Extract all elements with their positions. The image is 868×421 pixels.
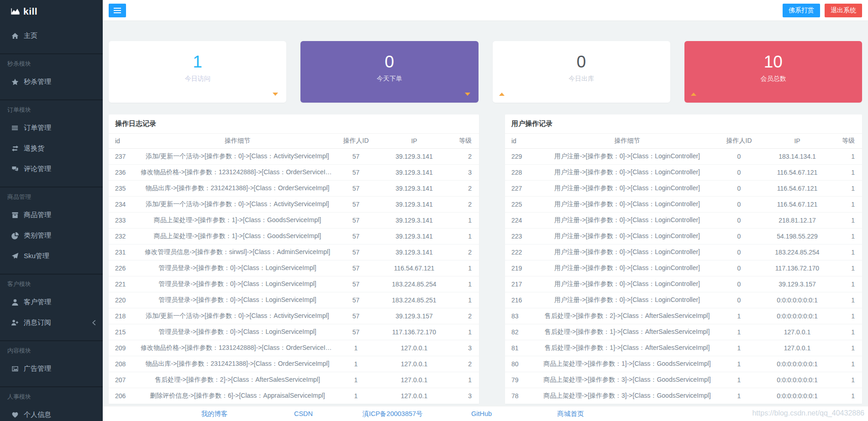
sidebar-item-order-manage[interactable]: 订单管理 (0, 118, 103, 138)
sidebar-item-customer-manage[interactable]: 客户管理 (0, 292, 103, 312)
sidebar-item-home[interactable]: 主页 (0, 26, 103, 46)
footer-link[interactable]: CSDN (259, 410, 348, 417)
stat-card: 10会员总数 (684, 41, 862, 103)
column-header: IP (378, 134, 451, 148)
sidebar-item-personal-info[interactable]: 个人信息 (0, 405, 103, 421)
cell-detail: 售后处理->[操作参数：2]->[Class：AfterSalesService… (141, 372, 334, 388)
column-header: 操作人ID (717, 134, 761, 148)
table-row: 219用户注册->[操作参数：0]->[Class：LoginControlle… (505, 260, 862, 276)
cell-level: 1 (834, 180, 862, 196)
sidebar-toggle-button[interactable] (109, 4, 126, 17)
sidebar-item-seckill-manage[interactable]: 秒杀管理 (0, 72, 103, 92)
cell-ip: 183.224.85.251 (378, 292, 451, 308)
sidebar-item-message-subscribe[interactable]: 消息订阅 (0, 312, 103, 333)
cell-operator: 57 (334, 228, 378, 244)
sidebar-item-category-manage[interactable]: 类别管理 (0, 225, 103, 246)
cell-detail: 添加/更新一个活动->[操作参数：0]->[Class：ActivityServ… (141, 196, 334, 212)
sidebar-group: 人事模块个人信息 (0, 386, 103, 421)
logout-button[interactable]: 退出系统 (825, 4, 862, 17)
footer-link[interactable]: 滇ICP备20003857号 (348, 410, 437, 418)
sidebar-item-goods-manage[interactable]: 商品管理 (0, 205, 103, 225)
cell-operator: 1 (334, 388, 378, 404)
cell-level: 1 (451, 372, 479, 388)
cell-operator: 0 (717, 260, 761, 276)
cell-level: 1 (834, 212, 862, 228)
cell-level: 1 (451, 324, 479, 340)
user-log-table: id操作细节操作人IDIP等级 229用户注册->[操作参数：0]->[Clas… (505, 134, 862, 404)
cell-detail: 用户注册->[操作参数：0]->[Class：LoginController] (537, 228, 717, 244)
column-header: IP (761, 134, 834, 148)
table-row: 217用户注册->[操作参数：0]->[Class：LoginControlle… (505, 276, 862, 292)
cell-level: 1 (834, 148, 862, 164)
sidebar-item-label: 商品管理 (24, 211, 51, 219)
cell-level: 1 (451, 228, 479, 244)
cell-id: 231 (109, 244, 141, 260)
pie-chart-icon (11, 232, 19, 239)
sidebar-group: 主页 (0, 25, 103, 49)
cell-id: 221 (109, 276, 141, 292)
cell-detail: 用户注册->[操作参数：0]->[Class：LoginController] (537, 196, 717, 212)
table-row: 233商品上架处理->[操作参数：1]->[Class：GoodsService… (109, 212, 479, 228)
cell-ip: 39.129.3.141 (378, 180, 451, 196)
cell-detail: 商品上架处理->[操作参数：3]->[Class：GoodsServiceImp… (537, 388, 717, 404)
cell-ip: 127.0.0.1 (761, 324, 834, 340)
cell-id: 235 (109, 180, 141, 196)
sidebar-item-label: 秒杀管理 (24, 78, 51, 86)
sidebar-group-label: 内容模块 (7, 347, 95, 355)
cell-id: 234 (109, 196, 141, 212)
cell-detail: 管理员登录->[操作参数：0]->[Class：LoginServiceImpl… (141, 276, 334, 292)
cell-id: 232 (109, 228, 141, 244)
cell-operator: 1 (334, 340, 378, 356)
cell-detail: 售后处理->[操作参数：2]->[Class：AfterSalesService… (537, 308, 717, 324)
table-row: 218添加/更新一个活动->[操作参数：0]->[Class：ActivityS… (109, 308, 479, 324)
cell-operator: 0 (717, 276, 761, 292)
cell-operator: 57 (334, 260, 378, 276)
table-row: 220管理员登录->[操作参数：0]->[Class：LoginServiceI… (109, 292, 479, 308)
table-row: 229用户注册->[操作参数：0]->[Class：LoginControlle… (505, 148, 862, 164)
sidebar-item-comment-manage[interactable]: 评论管理 (0, 159, 103, 179)
table-row: 81售后处理->[操作参数：1]->[Class：AfterSalesServi… (505, 340, 862, 356)
cell-operator: 0 (717, 292, 761, 308)
sidebar-group-label: 秒杀模块 (7, 60, 95, 68)
table-header-row: id操作细节操作人IDIP等级 (109, 134, 479, 148)
cell-level: 1 (834, 324, 862, 340)
cell-detail: 用户注册->[操作参数：0]->[Class：LoginController] (537, 180, 717, 196)
cell-id: 78 (505, 388, 537, 404)
area-chart-icon (11, 8, 20, 15)
cell-detail: 添加/更新一个活动->[操作参数：0]->[Class：ActivityServ… (141, 308, 334, 324)
cell-operator: 57 (334, 308, 378, 324)
table-row: 79商品上架处理->[操作参数：3]->[Class：GoodsServiceI… (505, 372, 862, 388)
table-row: 78商品上架处理->[操作参数：3]->[Class：GoodsServiceI… (505, 388, 862, 404)
cell-detail: 用户注册->[操作参数：0]->[Class：LoginController] (537, 148, 717, 164)
table-row: 225用户注册->[操作参数：0]->[Class：LoginControlle… (505, 196, 862, 212)
table-row: 221管理员登录->[操作参数：0]->[Class：LoginServiceI… (109, 276, 479, 292)
app-logo-text: kill (23, 6, 37, 17)
cell-detail: 用户注册->[操作参数：0]->[Class：LoginController] (537, 212, 717, 228)
sidebar-item-label: Sku管理 (24, 252, 49, 260)
sidebar-item-returns[interactable]: 退换货 (0, 138, 103, 159)
stat-value: 1 (109, 52, 286, 72)
sidebar-item-ad-manage[interactable]: 广告管理 (0, 359, 103, 379)
cell-level: 1 (451, 292, 479, 308)
cell-id: 237 (109, 148, 141, 164)
cell-level: 3 (451, 388, 479, 404)
cell-ip: 39.129.3.141 (378, 212, 451, 228)
reward-button[interactable]: 佛系打赏 (783, 4, 820, 17)
cell-level: 2 (451, 244, 479, 260)
footer-link[interactable]: 我的博客 (170, 410, 259, 418)
table-row: 208物品出库->[操作参数：2312421388]->[Class：Order… (109, 356, 479, 372)
cell-detail: 管理员登录->[操作参数：0]->[Class：LoginServiceImpl… (141, 292, 334, 308)
cell-level: 1 (834, 388, 862, 404)
cell-operator: 0 (717, 228, 761, 244)
cell-ip: 39.129.3.157 (378, 308, 451, 324)
cell-ip: 0:0:0:0:0:0:0:1 (761, 356, 834, 372)
footer-link[interactable]: GitHub (437, 410, 526, 417)
cell-operator: 0 (717, 164, 761, 180)
sidebar-item-sku-manage[interactable]: Sku管理 (0, 246, 103, 266)
cell-operator: 0 (717, 212, 761, 228)
footer-link[interactable]: 商城首页 (526, 410, 615, 418)
cell-id: 218 (109, 308, 141, 324)
cell-detail: 用户注册->[操作参数：0]->[Class：LoginController] (537, 244, 717, 260)
cell-level: 1 (834, 340, 862, 356)
cell-operator: 0 (717, 244, 761, 260)
